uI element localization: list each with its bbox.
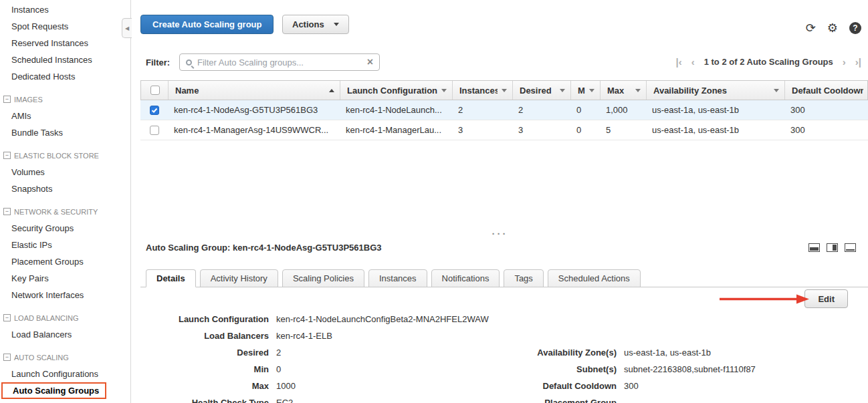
column-header-availability-zones[interactable]: Availability Zones [646, 81, 784, 100]
tab-instances[interactable]: Instances [368, 269, 427, 287]
field-value: 0 [276, 364, 281, 374]
sidebar-item-dedicated-hosts[interactable]: Dedicated Hosts [0, 68, 130, 85]
column-menu-icon[interactable] [635, 89, 641, 92]
field-value: 1000 [276, 381, 296, 391]
column-header-instances[interactable]: Instances [452, 81, 512, 100]
last-page-icon[interactable]: ›| [855, 57, 861, 67]
sidebar-item-bundle-tasks[interactable]: Bundle Tasks [0, 124, 130, 141]
sidebar-item-network-interfaces[interactable]: Network Interfaces [0, 287, 130, 303]
next-page-icon[interactable]: › [843, 57, 846, 67]
sidebar-item-key-pairs[interactable]: Key Pairs [0, 270, 130, 287]
sidebar-section-elastic-block-store[interactable]: − ELASTIC BLOCK STORE [0, 147, 130, 164]
first-page-icon[interactable]: |‹ [676, 57, 682, 67]
tab-scheduled-actions[interactable]: Scheduled Actions [548, 269, 641, 287]
field-value: ken-rc4-1-NodeLaunchConfigBeta2-MNA2HFEL… [276, 314, 489, 324]
sidebar-section-label: IMAGES [14, 96, 43, 104]
layout-side-pane-icon[interactable] [827, 243, 838, 252]
sidebar-section-label: NETWORK & SECURITY [14, 208, 98, 216]
column-header-default-cooldown[interactable]: Default Cooldown [784, 81, 868, 100]
column-menu-icon[interactable] [774, 89, 779, 92]
cell-name: ken-rc4-1-ManagerAsg-14US9WWCR... [167, 125, 339, 135]
row-checkbox-cell [140, 106, 167, 115]
edit-button[interactable]: Edit [804, 289, 848, 308]
column-label: Max [607, 86, 631, 96]
field-label: Load Balancers [146, 331, 269, 341]
select-all-cell [141, 81, 168, 100]
column-label: Launch Configuration [347, 86, 437, 96]
sidebar-item-reserved-instances[interactable]: Reserved Instances [0, 35, 130, 51]
tab-details[interactable]: Details [146, 269, 196, 287]
field-label: Max [146, 381, 269, 391]
table-row[interactable]: ken-rc4-1-NodeAsg-G5TU3P561BG3 ken-rc4-1… [140, 100, 868, 120]
cell-name: ken-rc4-1-NodeAsg-G5TU3P561BG3 [167, 105, 339, 115]
layout-bottom-pane-icon[interactable] [808, 243, 820, 252]
row-checkbox[interactable] [150, 106, 159, 115]
cell-desired: 2 [512, 105, 570, 115]
clear-filter-icon[interactable]: × [367, 57, 373, 68]
field-label: Health Check Type [146, 398, 269, 403]
sidebar-item-load-balancers[interactable]: Load Balancers [0, 326, 130, 343]
select-all-checkbox[interactable] [150, 86, 160, 95]
pane-splitter[interactable]: ··· [132, 231, 868, 237]
sidebar-item-auto-scaling-groups[interactable]: Auto Scaling Groups [1, 382, 106, 399]
sidebar-section-images[interactable]: − IMAGES [0, 91, 130, 108]
cell-instances: 2 [451, 105, 512, 115]
sidebar-section-label: AUTO SCALING [14, 354, 69, 362]
actions-button-label: Actions [292, 19, 324, 29]
column-label: Instances [459, 86, 498, 96]
sidebar-item-amis[interactable]: AMIs [0, 108, 130, 124]
column-header-name[interactable]: Name [168, 81, 340, 100]
tab-notifications[interactable]: Notifications [431, 269, 500, 287]
row-checkbox[interactable] [150, 126, 159, 135]
sidebar-item-volumes[interactable]: Volumes [0, 164, 130, 180]
field-value: us-east-1a, us-east-1b [624, 348, 711, 358]
field-label: Placement Group [428, 398, 617, 403]
collapse-section-icon: − [3, 152, 11, 159]
cell-default-cooldown: 300 [784, 105, 868, 115]
sidebar-collapse-handle[interactable]: ◀ [122, 18, 132, 38]
field-value: EC2 [276, 398, 293, 403]
sidebar-item-spot-requests[interactable]: Spot Requests [0, 18, 130, 35]
create-auto-scaling-group-button[interactable]: Create Auto Scaling group [140, 15, 274, 34]
cell-max: 5 [599, 125, 645, 135]
column-label: Default Cooldown [792, 86, 863, 96]
tab-tags[interactable]: Tags [504, 269, 543, 287]
help-icon[interactable]: ? [849, 22, 861, 34]
sidebar-section-auto-scaling[interactable]: − AUTO SCALING [0, 349, 130, 366]
field-launch-configuration: Launch Configuration ken-rc4-1-NodeLaunc… [146, 311, 489, 327]
filter-input[interactable] [197, 57, 367, 68]
column-header-min[interactable]: Min [570, 81, 600, 100]
sidebar-item-elastic-ips[interactable]: Elastic IPs [0, 237, 130, 253]
main-content: Create Auto Scaling group Actions ⟳ ⚙ ? … [132, 0, 868, 403]
gear-icon[interactable]: ⚙ [827, 22, 838, 34]
column-menu-icon[interactable] [441, 89, 447, 92]
splitter-grip-icon: ··· [492, 231, 508, 237]
layout-hide-pane-icon[interactable] [845, 243, 856, 252]
column-header-launch-configuration[interactable]: Launch Configuration [340, 81, 452, 100]
sidebar-section-network-security[interactable]: − NETWORK & SECURITY [0, 203, 130, 220]
tab-activity-history[interactable]: Activity History [200, 269, 278, 287]
sidebar-item-instances[interactable]: Instances [0, 1, 130, 18]
refresh-icon[interactable]: ⟳ [806, 22, 816, 34]
caret-down-icon [334, 23, 339, 26]
sidebar-item-launch-configurations[interactable]: Launch Configurations [0, 366, 130, 382]
sidebar-item-scheduled-instances[interactable]: Scheduled Instances [0, 51, 130, 68]
cell-max: 1,000 [599, 105, 645, 115]
sidebar-item-snapshots[interactable]: Snapshots [0, 180, 130, 197]
column-menu-icon[interactable] [560, 89, 565, 92]
field-label: Launch Configuration [146, 314, 269, 324]
actions-button[interactable]: Actions [282, 15, 349, 34]
sidebar-item-placement-groups[interactable]: Placement Groups [0, 253, 130, 270]
column-menu-icon[interactable] [502, 89, 507, 92]
collapse-section-icon: − [3, 208, 11, 215]
sidebar-section-load-balancing[interactable]: − LOAD BALANCING [0, 309, 130, 326]
column-header-max[interactable]: Max [600, 81, 646, 100]
table-row[interactable]: ken-rc4-1-ManagerAsg-14US9WWCR... ken-rc… [140, 120, 868, 140]
column-header-desired[interactable]: Desired [512, 81, 570, 100]
field-label: Default Cooldown [428, 381, 617, 391]
prev-page-icon[interactable]: ‹ [691, 57, 695, 67]
check-icon [151, 107, 158, 114]
sidebar-item-security-groups[interactable]: Security Groups [0, 220, 130, 237]
column-menu-icon[interactable] [589, 89, 594, 92]
tab-scaling-policies[interactable]: Scaling Policies [282, 269, 364, 287]
